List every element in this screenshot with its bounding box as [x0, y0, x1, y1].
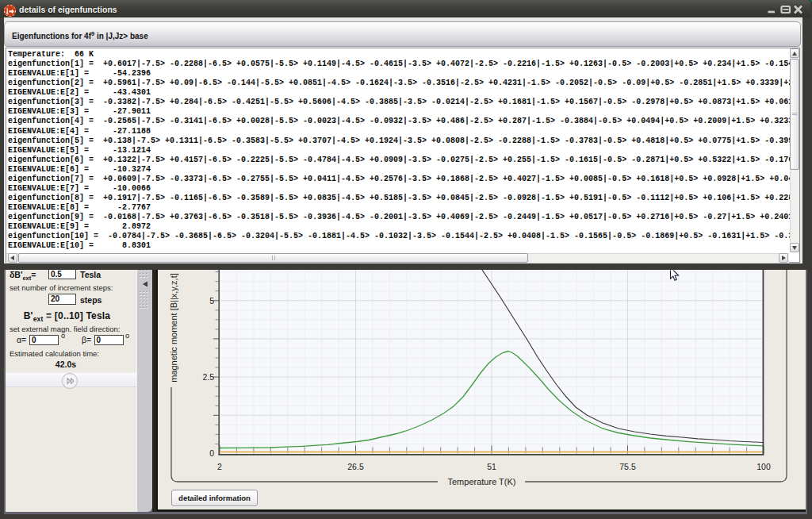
svg-text:51: 51	[487, 462, 496, 471]
svg-text:100: 100	[756, 462, 771, 471]
svg-text:26.5: 26.5	[347, 462, 364, 471]
svg-text:0: 0	[209, 448, 214, 458]
svg-text:5: 5	[209, 296, 214, 306]
svg-text:2.5: 2.5	[202, 372, 214, 382]
svg-text:2: 2	[217, 462, 222, 471]
svg-text:Temperature T(K): Temperature T(K)	[448, 477, 516, 486]
svg-text:magnetic moment [B||x,y,z,t]: magnetic moment [B||x,y,z,t]	[169, 273, 178, 383]
svg-text:75.5: 75.5	[619, 462, 636, 471]
